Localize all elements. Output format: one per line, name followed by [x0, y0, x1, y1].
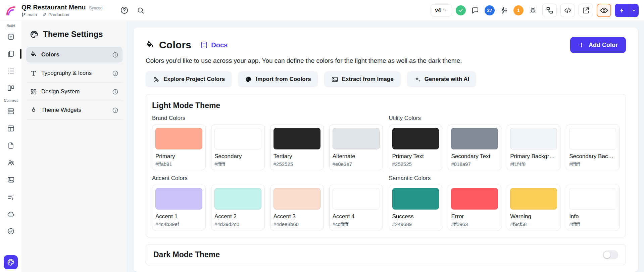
rail-pages-button[interactable]: [3, 46, 18, 62]
color-hex: #e0e3e7: [333, 161, 380, 167]
rail-database-button[interactable]: [3, 103, 18, 119]
color-hex: #249689: [392, 221, 439, 227]
dark-mode-toggle[interactable]: [603, 251, 618, 259]
file-icon: [7, 142, 15, 149]
color-swatch: [155, 188, 202, 210]
color-card[interactable]: Success #249689: [389, 185, 443, 230]
color-card[interactable]: Accent 4 #ccffffff: [329, 185, 383, 230]
color-card[interactable]: Warning #f9cf58: [507, 185, 560, 230]
color-grid-row: Brand Colors Primary #ffab91 Secondary #…: [152, 115, 620, 170]
color-hex: #ffab91: [155, 161, 202, 167]
sync-status-badge[interactable]: [456, 5, 466, 15]
debug-button[interactable]: [527, 5, 539, 16]
version-dropdown[interactable]: v4: [431, 4, 452, 16]
run-button[interactable]: [615, 7, 629, 14]
image-icon: [331, 76, 338, 83]
light-mode-title: Light Mode Theme: [152, 101, 620, 110]
automation-bolt-icon: [500, 6, 508, 14]
add-widget-icon: [7, 33, 15, 41]
toggle-knob: [604, 252, 610, 258]
color-card[interactable]: Primary Text #252525: [389, 125, 443, 170]
color-card[interactable]: Secondary #ffffff: [211, 125, 265, 170]
color-card[interactable]: Primary #ffab91: [152, 125, 206, 170]
light-mode-theme-section: Light Mode Theme Brand Colors Primary #f…: [146, 94, 626, 237]
rail-tests-button[interactable]: [3, 223, 18, 239]
sidebar-item-typography-icons[interactable]: Typography & Icons: [26, 65, 122, 81]
left-rail: Build Connect: [0, 21, 21, 272]
action-label: Generate with AI: [425, 76, 469, 83]
color-card[interactable]: Alternate #e0e3e7: [329, 125, 383, 170]
branch-selector[interactable]: main: [21, 12, 37, 17]
add-color-label: Add Color: [589, 42, 618, 49]
alerts-badge[interactable]: 1: [513, 5, 524, 15]
run-options-button[interactable]: [629, 8, 639, 13]
sidebar-item-design-system[interactable]: Design System: [26, 84, 122, 99]
color-card[interactable]: Secondary Text #818a97: [448, 125, 501, 170]
import-from-coolors-button[interactable]: Import from Coolors: [238, 71, 318, 87]
explore-project-colors-button[interactable]: Explore Project Colors: [146, 71, 232, 87]
rail-add-widget-button[interactable]: [3, 29, 18, 45]
rail-active-indicator: [20, 49, 21, 59]
rail-theme-settings-button[interactable]: [4, 255, 18, 269]
color-card[interactable]: Info #ffffff: [566, 185, 620, 230]
color-group-label: Semantic Colors: [389, 175, 620, 182]
design-system-icon: [30, 88, 37, 95]
sidebar-item-theme-widgets[interactable]: Theme Widgets: [26, 102, 122, 118]
rail-outline-button[interactable]: [3, 63, 18, 79]
info-icon[interactable]: [112, 70, 118, 77]
rail-cloud-button[interactable]: [3, 206, 18, 222]
branch-name: main: [28, 12, 37, 17]
paint-bucket-icon: [30, 51, 37, 58]
widget-tree-button[interactable]: [542, 4, 557, 17]
action-label: Import from Coolors: [256, 76, 311, 83]
palette-icon: [7, 258, 15, 266]
color-name: Accent 3: [274, 213, 320, 220]
flutterflow-logo[interactable]: [5, 4, 17, 16]
color-card[interactable]: Accent 3 #4dee8b60: [270, 185, 324, 230]
extract-from-image-button[interactable]: Extract from Image: [324, 71, 401, 87]
rail-media-button[interactable]: [3, 172, 18, 188]
color-hex: #ffffff: [214, 161, 261, 167]
color-hex: #4c4b39ef: [155, 221, 202, 227]
environment-selector[interactable]: Production: [42, 12, 69, 17]
color-hex: #ffffff: [569, 161, 616, 167]
cloud-icon: [7, 210, 15, 218]
sidebar-item-colors[interactable]: Colors: [26, 47, 122, 62]
rail-layout-button[interactable]: [3, 121, 18, 136]
color-name: Warning: [510, 213, 557, 220]
search-button[interactable]: [135, 5, 146, 16]
color-hex: #252525: [274, 161, 320, 167]
info-icon[interactable]: [112, 107, 118, 114]
help-button[interactable]: [119, 5, 130, 16]
page-title: Colors: [159, 39, 191, 51]
color-card[interactable]: Primary Background #f1f4f8: [507, 125, 560, 170]
preview-eye-button[interactable]: [597, 4, 611, 17]
color-card[interactable]: Tertiary #252525: [270, 125, 324, 170]
sidebar-item-label: Theme Widgets: [41, 107, 81, 114]
color-card[interactable]: Secondary Background #ffffff: [566, 125, 620, 170]
code-view-button[interactable]: [560, 4, 575, 17]
issues-badge[interactable]: 27: [485, 5, 495, 15]
colors-panel: Colors Docs Add Color Colors you'd like …: [134, 28, 638, 272]
generate-with-ai-button[interactable]: Generate with AI: [407, 71, 477, 87]
add-color-button[interactable]: Add Color: [570, 37, 626, 53]
info-icon[interactable]: [112, 52, 118, 58]
docs-link[interactable]: Docs: [200, 41, 228, 49]
pages-icon: [7, 50, 15, 58]
color-card[interactable]: Accent 1 #4c4b39ef: [152, 185, 206, 230]
rail-team-button[interactable]: [3, 155, 18, 171]
paint-bucket-icon: [146, 41, 154, 49]
rail-logs-button[interactable]: [3, 189, 18, 205]
automations-button[interactable]: [498, 5, 510, 16]
open-preview-button[interactable]: [579, 4, 593, 17]
color-card[interactable]: Error #ff5963: [448, 185, 501, 230]
media-icon: [7, 176, 15, 184]
chevron-down-icon: [632, 8, 636, 13]
info-icon[interactable]: [112, 89, 118, 95]
rail-section-connect: Connect: [4, 98, 18, 102]
rail-storyboard-button[interactable]: [3, 80, 18, 96]
dark-mode-title: Dark Mode Theme: [153, 250, 220, 259]
color-card[interactable]: Accent 2 #4d39d2c0: [211, 185, 265, 230]
rail-files-button[interactable]: [3, 138, 18, 153]
comments-button[interactable]: [469, 5, 481, 16]
